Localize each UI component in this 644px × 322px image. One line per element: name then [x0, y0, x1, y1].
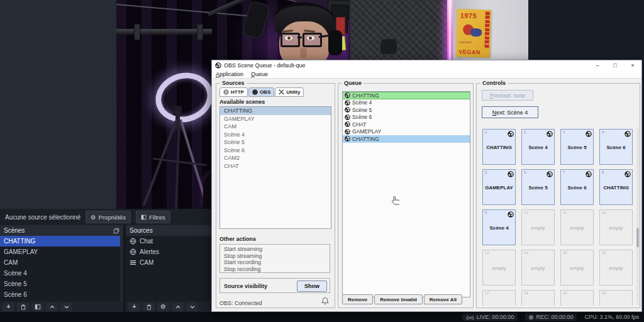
- scene-card[interactable]: 12empty: [599, 209, 633, 245]
- scene-card[interactable]: 19empty: [560, 290, 594, 306]
- scene-card[interactable]: 3Scène 5: [560, 129, 594, 165]
- tab-label: OBS: [260, 89, 270, 95]
- queue-item[interactable]: GAMEPLAY: [343, 128, 470, 136]
- action-stop-streaming[interactable]: Stop streaming: [220, 253, 330, 260]
- queue-item[interactable]: Scène 6: [343, 114, 470, 121]
- queue-item-label: CHATTING: [352, 136, 379, 142]
- available-scene-item[interactable]: CAM2: [220, 154, 331, 162]
- card-number: 4: [602, 130, 604, 134]
- action-stop-recording[interactable]: Stop recording: [220, 266, 330, 273]
- close-button[interactable]: ×: [624, 60, 641, 70]
- next-button[interactable]: Next: Scène 4: [482, 106, 538, 118]
- scene-card[interactable]: 1CHATTING: [482, 129, 516, 165]
- remove-button[interactable]: Remove: [342, 294, 373, 304]
- obs-icon: [547, 171, 553, 177]
- action-start-recording[interactable]: Start recording: [220, 259, 330, 266]
- dialog-title-bar[interactable]: OBS Scene Queue - default-que – □ ×: [212, 60, 641, 70]
- chevron-up-button[interactable]: [172, 303, 184, 311]
- scene-card[interactable]: 8CHATTING: [599, 169, 633, 205]
- panel-icon: [35, 304, 41, 310]
- trash-button[interactable]: [17, 303, 29, 311]
- scene-card[interactable]: 20empty: [599, 290, 633, 306]
- controls-scrollbar[interactable]: [636, 128, 639, 305]
- scene-card[interactable]: 14empty: [521, 250, 555, 286]
- card-number: 7: [563, 170, 565, 174]
- scene-card[interactable]: 18empty: [521, 290, 555, 306]
- scene-list-item[interactable]: Scène 4: [0, 268, 123, 279]
- previous-button[interactable]: Previous: none: [482, 90, 533, 101]
- available-scene-item[interactable]: CAM: [220, 123, 331, 131]
- popout-icon[interactable]: [113, 228, 119, 234]
- queue-item[interactable]: CHATTING: [343, 135, 470, 143]
- scene-card[interactable]: 4Scène 6: [599, 129, 633, 165]
- menu-queue[interactable]: Queue: [247, 71, 272, 77]
- available-scene-item[interactable]: Scène 5: [220, 138, 331, 147]
- remove-all-button[interactable]: Remove All: [424, 294, 462, 304]
- tab-utility[interactable]: Utility: [275, 87, 304, 97]
- scenes-list: CHATTINGGAMEPLAYCAMScène 4Scène 5Scène 6: [0, 236, 123, 301]
- bell-icon[interactable]: [321, 297, 330, 306]
- scene-card[interactable]: 9Scène 4: [482, 209, 516, 245]
- chevron-down-button[interactable]: [60, 303, 72, 311]
- scene-card[interactable]: 13empty: [482, 250, 516, 286]
- scene-card[interactable]: 17empty: [482, 290, 516, 306]
- panel-button[interactable]: [31, 303, 43, 311]
- available-scene-item[interactable]: CHAT: [220, 162, 331, 170]
- scene-card-grid: 1CHATTING2Scène 43Scène 54Scène 65GAMEPL…: [482, 129, 635, 306]
- properties-button[interactable]: ⚙ Propriétés: [86, 211, 131, 223]
- queue-item[interactable]: CHAT: [343, 121, 470, 128]
- scene-card[interactable]: 7Scène 6: [560, 169, 594, 205]
- obs-icon: [345, 107, 350, 113]
- iris: [309, 36, 312, 40]
- scene-list-item[interactable]: CAM: [0, 257, 123, 268]
- available-scene-item[interactable]: Scène 6: [220, 147, 331, 155]
- chevron-up-button[interactable]: [46, 303, 58, 311]
- available-scene-item[interactable]: CHATTING: [220, 107, 331, 115]
- filters-button[interactable]: Filtres: [136, 211, 170, 223]
- scene-card[interactable]: 2Scène 4: [521, 129, 555, 165]
- list-icon: [130, 259, 136, 266]
- gear-button[interactable]: ⚙: [157, 303, 169, 311]
- show-button[interactable]: Show: [297, 280, 327, 292]
- card-number: 5: [485, 170, 487, 174]
- chevron-down-button[interactable]: [186, 303, 198, 311]
- trash-button[interactable]: [143, 303, 155, 311]
- scene-list-item[interactable]: Scène 5: [0, 279, 123, 289]
- card-label: empty: [483, 305, 515, 306]
- plus-button[interactable]: +: [128, 303, 140, 311]
- tab-http[interactable]: HTTP: [219, 87, 248, 97]
- scene-list-item[interactable]: GAMEPLAY: [0, 247, 123, 257]
- action-start-streaming[interactable]: Start streaming: [220, 246, 330, 253]
- plus-button[interactable]: +: [3, 303, 14, 311]
- scene-list-item[interactable]: CHATTING: [0, 236, 123, 247]
- card-label: Scène 5: [561, 144, 593, 150]
- queue-item[interactable]: Scène 5: [343, 106, 470, 114]
- scene-card[interactable]: 6Scène 5: [521, 169, 555, 205]
- queue-item[interactable]: CHATTING: [343, 92, 470, 99]
- maximize-button[interactable]: □: [606, 60, 624, 70]
- source-list-item[interactable]: Alertes: [126, 247, 211, 257]
- available-scene-item[interactable]: Scène 4: [220, 131, 331, 139]
- remove-invalid-button[interactable]: Remove Invalid: [374, 294, 423, 304]
- queue-item[interactable]: Scène 4: [343, 99, 470, 107]
- scenes-panel: Scènes CHATTINGGAMEPLAYCAMScène 4Scène 5…: [0, 225, 123, 312]
- menu-application[interactable]: Application: [212, 71, 247, 77]
- tab-label: Utility: [286, 89, 300, 95]
- source-list-item[interactable]: CAM: [126, 257, 211, 268]
- available-scene-item[interactable]: GAMEPLAY: [220, 115, 331, 123]
- scrollbar-handle[interactable]: [636, 228, 639, 247]
- scene-card[interactable]: 16empty: [599, 250, 633, 286]
- card-number: 17: [485, 291, 489, 295]
- scene-card[interactable]: 15empty: [560, 250, 594, 286]
- scene-card[interactable]: 11empty: [560, 209, 594, 245]
- minimize-button[interactable]: –: [589, 60, 606, 70]
- scene-card[interactable]: 10empty: [521, 209, 555, 245]
- poster-subtitle: FIGHTING: [460, 40, 472, 43]
- scene-card[interactable]: 5GAMEPLAY: [482, 169, 516, 205]
- tab-obs[interactable]: OBS: [248, 87, 274, 97]
- controls-group: Controls Previous: none Next: Scène 4 1C…: [476, 83, 640, 308]
- queue-buttons: RemoveRemove InvalidRemove All: [342, 294, 462, 304]
- source-list-item[interactable]: Chat: [126, 236, 211, 247]
- scene-list-item[interactable]: Scène 6: [0, 289, 123, 300]
- scenes-scrollbar[interactable]: [120, 236, 123, 301]
